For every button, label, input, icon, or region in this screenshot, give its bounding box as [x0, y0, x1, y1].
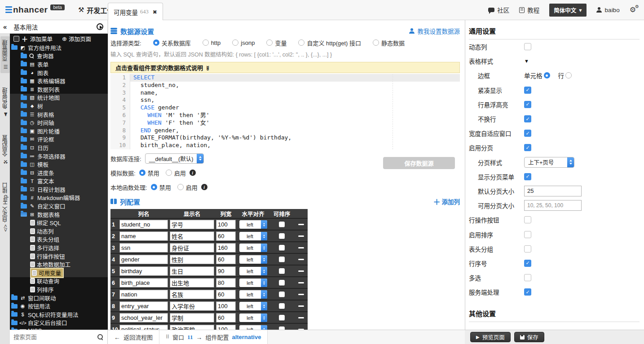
cell-input-display[interactable]: 名族: [170, 290, 214, 299]
breadcrumb[interactable]: ⠿ 窗口 11 → 组件配置 alternative: [159, 330, 268, 344]
tree-item[interactable]: ☑日程计划器: [10, 185, 108, 194]
border-style-option[interactable]: 单元格: [524, 71, 550, 80]
tree-item[interactable]: ☰树表格: [10, 110, 108, 119]
sortable-checkbox[interactable]: [279, 292, 285, 297]
cell-input-name[interactable]: birthday: [119, 266, 168, 276]
preview-page-button[interactable]: ▶ 预览页面: [470, 332, 511, 342]
remove-column-button[interactable]: [298, 270, 304, 272]
setting-select[interactable]: 上下+页号: [524, 157, 574, 168]
code-lines[interactable]: SELECT student_no, name, ssn, CASE gende…: [130, 74, 460, 149]
cell-input-name[interactable]: school_year_ler: [119, 313, 168, 322]
cell-input-display[interactable]: 生日: [170, 266, 214, 276]
checkbox-unchecked[interactable]: [524, 216, 531, 223]
cell-input-name[interactable]: student_no: [119, 220, 168, 229]
cell-input-display[interactable]: 姓名: [170, 231, 214, 241]
checkbox-unchecked[interactable]: [524, 245, 531, 253]
cell-input-width[interactable]: 90: [216, 266, 236, 276]
align-select[interactable]: left: [239, 314, 267, 322]
remove-column-button[interactable]: [298, 224, 304, 225]
cell-input-display[interactable]: 政治面貌: [170, 325, 214, 330]
tree-item[interactable]: 动态列: [10, 227, 108, 235]
search-input[interactable]: [10, 334, 97, 340]
source-type-option[interactable]: 变量: [266, 39, 287, 47]
community-link[interactable]: 社区: [488, 5, 509, 14]
tutorial-link[interactable]: 教程: [519, 5, 539, 14]
cell-input-name[interactable]: birth_place: [119, 278, 168, 287]
tree-item[interactable]: 查询器: [10, 52, 108, 61]
checkbox-checked[interactable]: ✓: [524, 144, 531, 151]
source-type-option[interactable]: 自定义 http(get) 接口: [298, 39, 361, 47]
cell-input-display[interactable]: 出生地: [170, 278, 214, 287]
back-to-flowchart-button[interactable]: ← 返回流程图: [108, 330, 159, 344]
sortable-checkbox[interactable]: [279, 327, 285, 330]
tree-item[interactable]: ◫模板: [10, 160, 108, 169]
tree-item[interactable]: 行操作按钮: [10, 252, 108, 261]
tree-item[interactable]: 列排序: [10, 285, 108, 294]
tree-item[interactable]: ◕图表: [10, 69, 108, 77]
tree-item[interactable]: ≣数据列表: [10, 85, 108, 94]
vertical-tab-code[interactable]: </>自定义 Http 接口: [0, 179, 10, 235]
tree-item[interactable]: </>自定义后台接口: [10, 319, 108, 327]
remove-column-button[interactable]: [298, 294, 304, 295]
tree-item[interactable]: ▧统计地图: [10, 94, 108, 102]
sortable-checkbox[interactable]: [279, 315, 285, 321]
checkbox-checked[interactable]: ✓: [524, 260, 531, 267]
tree-item[interactable]: ⊡日历: [10, 144, 108, 152]
align-select[interactable]: left: [239, 279, 267, 287]
align-select[interactable]: left: [239, 255, 267, 264]
source-type-option[interactable]: 静态数据: [373, 39, 405, 47]
tree-item[interactable]: ✉评论框: [10, 135, 108, 144]
align-select[interactable]: left: [239, 325, 267, 330]
tree-item[interactable]: ◉按钮用法: [10, 302, 108, 310]
source-type-option[interactable]: http: [203, 39, 221, 46]
play-circle-icon[interactable]: [97, 23, 103, 30]
vertical-tab-wrench[interactable]: ⚒全局配置: [0, 131, 10, 168]
local-option[interactable]: 启用: [177, 183, 198, 192]
db-connection-select[interactable]: __default__(默认): [145, 153, 204, 164]
select-area-icon[interactable]: [13, 36, 19, 42]
checkbox-checked[interactable]: ✓: [524, 87, 531, 94]
cell-input-name[interactable]: name: [119, 231, 168, 241]
tree-item[interactable]: $SQL标识符变量用法: [10, 310, 108, 319]
tree-item[interactable]: ≔多项选择器: [10, 152, 108, 161]
cell-input-width[interactable]: 100: [216, 325, 236, 330]
add-page-button[interactable]: ⊕ 添加页面: [62, 35, 91, 43]
tree-item[interactable]: 表头分组: [10, 235, 108, 244]
remove-column-button[interactable]: [298, 282, 304, 283]
checkbox-unchecked[interactable]: [524, 43, 531, 50]
add-menu-button[interactable]: 添加菜单: [30, 35, 53, 43]
cell-input-width[interactable]: 100: [216, 301, 236, 311]
cell-input-display[interactable]: 学制: [170, 313, 214, 322]
cell-input-width[interactable]: 80: [216, 278, 236, 287]
remove-column-button[interactable]: [298, 247, 304, 248]
sortable-checkbox[interactable]: [279, 245, 285, 251]
sortable-checkbox[interactable]: [279, 222, 285, 227]
tree-item[interactable]: ⇄窗口间联动: [10, 294, 108, 302]
cell-input-width[interactable]: 60: [216, 290, 236, 299]
save-button[interactable]: 保存: [514, 332, 544, 342]
data-format-banner[interactable]: 点击查看组件要求的数据格式说明 »»: [110, 62, 460, 73]
cell-input-width[interactable]: 60: [216, 231, 236, 241]
mock-option[interactable]: 启用: [166, 169, 186, 177]
sortable-checkbox[interactable]: [279, 233, 285, 239]
sql-editor[interactable]: 12345678910 SELECT student_no, name, ssn…: [110, 74, 460, 149]
info-icon[interactable]: i: [190, 170, 196, 176]
tree-item[interactable]: T富文本: [10, 177, 108, 186]
tree-item[interactable]: #Markdown编辑器: [10, 194, 108, 202]
align-select[interactable]: left: [239, 302, 267, 310]
tree-item[interactable]: 多行选择: [10, 244, 108, 252]
remove-column-button[interactable]: [298, 235, 304, 237]
language-dropdown[interactable]: 简体中文 ▾: [549, 4, 586, 17]
checkbox-checked[interactable]: ✓: [524, 173, 531, 180]
cell-input-name[interactable]: gender: [119, 255, 168, 264]
tree-item[interactable]: ▤表单: [10, 60, 108, 69]
tree-item[interactable]: 绑定 SQL: [10, 218, 108, 227]
vertical-tab-users[interactable]: ♟角色管理: [0, 84, 10, 121]
source-type-option[interactable]: 关系数据库: [153, 39, 191, 47]
cell-input-display[interactable]: 性别: [170, 255, 214, 264]
sortable-checkbox[interactable]: [279, 257, 285, 262]
save-datasource-button[interactable]: 保存数据源: [383, 157, 455, 169]
remove-column-button[interactable]: [298, 305, 304, 307]
tree-item[interactable]: ◩官方组件用法: [10, 44, 108, 52]
mock-option[interactable]: 禁用: [139, 169, 159, 177]
